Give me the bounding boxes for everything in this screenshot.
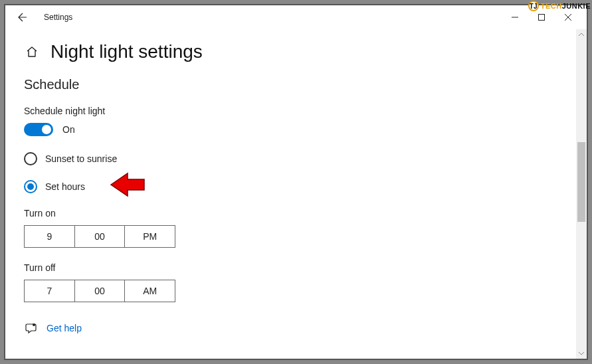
minimize-icon — [511, 13, 519, 21]
scroll-thumb[interactable] — [577, 142, 585, 222]
page-title: Night light settings — [50, 41, 203, 62]
radio-sunset-to-sunrise[interactable] — [24, 152, 37, 165]
schedule-toggle[interactable] — [24, 123, 53, 136]
scroll-up-button[interactable] — [576, 29, 587, 40]
home-button[interactable] — [24, 44, 40, 60]
maximize-icon — [538, 13, 545, 21]
svg-rect-1 — [539, 15, 545, 21]
turn-on-label: Turn on — [24, 208, 557, 219]
turn-on-minute[interactable]: 00 — [74, 226, 125, 247]
watermark-badge: TJ — [528, 1, 539, 11]
turn-on-time-picker[interactable]: 9 00 PM — [24, 225, 175, 248]
toggle-knob — [42, 125, 51, 134]
content-area: Night light settings Schedule Schedule n… — [5, 29, 576, 359]
turn-on-hour[interactable]: 9 — [25, 226, 74, 247]
home-icon — [25, 45, 39, 58]
svg-point-4 — [33, 323, 35, 326]
radio-set-hours[interactable] — [24, 180, 37, 193]
minimize-button[interactable] — [502, 7, 528, 27]
radio-set-hours-label: Set hours — [45, 181, 85, 192]
close-icon — [564, 13, 572, 21]
schedule-toggle-label: Schedule night light — [24, 106, 557, 116]
chevron-down-icon — [579, 351, 584, 355]
get-help-link[interactable]: Get help — [47, 323, 82, 333]
vertical-scrollbar[interactable] — [576, 29, 587, 359]
turn-off-minute[interactable]: 00 — [74, 280, 125, 302]
window-title: Settings — [44, 13, 72, 22]
turn-on-ampm[interactable]: PM — [124, 226, 175, 247]
section-heading: Schedule — [24, 77, 557, 92]
back-button[interactable] — [15, 9, 31, 25]
turn-off-hour[interactable]: 7 — [25, 280, 74, 302]
watermark-text-1: TECH — [541, 2, 562, 10]
toggle-state-text: On — [62, 124, 75, 135]
radio-sunset-label: Sunset to sunrise — [45, 153, 117, 164]
chevron-up-icon — [579, 33, 584, 37]
titlebar: Settings — [5, 5, 587, 29]
scroll-down-button[interactable] — [576, 348, 587, 359]
help-icon — [24, 321, 39, 335]
watermark-logo: TJ TECH JUNKIE — [528, 0, 591, 12]
settings-window: Settings — [4, 4, 588, 360]
arrow-left-icon — [17, 12, 28, 23]
turn-off-label: Turn off — [24, 262, 557, 273]
radio-dot — [27, 183, 34, 190]
watermark-text-2: JUNKIE — [562, 2, 591, 10]
annotation-arrow-icon — [109, 171, 146, 199]
turn-off-ampm[interactable]: AM — [124, 280, 175, 302]
turn-off-time-picker[interactable]: 7 00 AM — [24, 280, 175, 302]
